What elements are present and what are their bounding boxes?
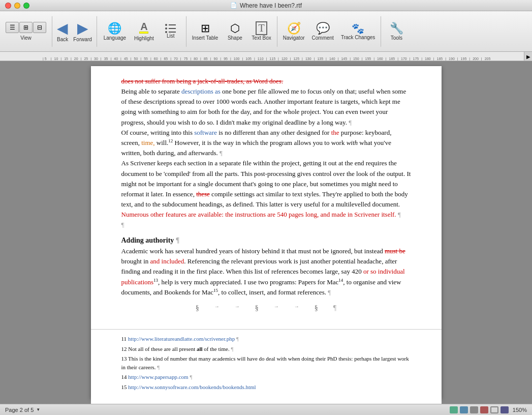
- toolbar: ☰ ⊞ ⊟ View ◀ Back ▶ Forward 🌐 Language A…: [0, 11, 532, 52]
- pilcrow-empty: ¶: [121, 221, 124, 228]
- highlight-tool[interactable]: A Highlight: [131, 14, 157, 49]
- pilcrow-2: ¶: [220, 149, 223, 157]
- comment-tool[interactable]: 💬 Comment: [309, 14, 337, 49]
- view-btn-3[interactable]: ⊟: [33, 22, 46, 33]
- language-tool[interactable]: 🌐 Language: [100, 14, 130, 49]
- view-btn-2[interactable]: ⊞: [19, 22, 33, 33]
- navigator-tool[interactable]: 🧭 Navigator: [280, 14, 308, 49]
- shape-label: Shape: [228, 35, 242, 41]
- window-title: 📄 Where have I been?.rtf: [230, 2, 302, 9]
- footnote-14-link[interactable]: http://www.papersapp.com: [128, 374, 188, 380]
- navigator-icon: 🧭: [287, 22, 301, 35]
- minimize-button[interactable]: [14, 3, 20, 9]
- text-brought-in: brought in: [121, 257, 150, 265]
- close-button[interactable]: [5, 3, 11, 9]
- back-icon: ◀: [57, 20, 68, 37]
- toolbar-divider-3: [186, 16, 186, 47]
- page-content: does not suffer from being a jack-of-all…: [91, 66, 442, 329]
- paragraph-opening: does not suffer from being a jack-of-all…: [121, 76, 411, 86]
- pilcrow-heading: ¶: [174, 236, 179, 244]
- pilcrow-3: ¶: [396, 211, 401, 218]
- forward-tool[interactable]: ▶ Forward: [71, 14, 94, 49]
- paragraph-empty: ¶: [121, 220, 411, 230]
- sep-item-2: §: [255, 303, 259, 314]
- text-these-strike: these: [196, 190, 210, 198]
- footnote-13-pilcrow: ¶: [156, 364, 160, 370]
- paragraph-academic: Academic work has several hundred years …: [121, 246, 411, 298]
- maximize-button[interactable]: [23, 3, 29, 9]
- insert-table-tool[interactable]: ⊞ Insert Table: [189, 14, 222, 49]
- statusbar-left: Page 2 of 5 ▼: [5, 407, 40, 413]
- highlight-icon-container: A: [140, 21, 147, 33]
- text-will: will.12 However, it is the way in which …: [121, 139, 391, 157]
- view-btn-1[interactable]: ☰: [6, 22, 19, 33]
- page: does not suffer from being a jack-of-all…: [91, 66, 442, 399]
- list-tool[interactable]: List: [158, 14, 183, 49]
- ruler: | 5 | 10 | 15 | 20 | 25 | 30 | 35 | 40 |…: [0, 52, 532, 61]
- footnote-11-num: 11: [121, 336, 128, 342]
- shape-tool[interactable]: ⬡ Shape: [222, 14, 247, 49]
- footnotes-area: 11 http://www.literatureandlatte.com/scr…: [91, 329, 442, 398]
- footnote-12-bold: all: [197, 346, 203, 352]
- track-changes-tool[interactable]: 🐾 Track Changes: [338, 14, 378, 49]
- link-descriptions[interactable]: descriptions as: [181, 87, 221, 95]
- status-icon-1: [450, 406, 458, 413]
- view-icons-group: ☰ ⊞ ⊟: [6, 22, 46, 35]
- text-strikethrough: does not suffer from being a jack-of-all…: [121, 77, 284, 85]
- footnote-14: 14 http://www.papersapp.com ¶: [121, 373, 411, 381]
- view-label: View: [20, 35, 32, 41]
- insert-table-label: Insert Table: [192, 35, 218, 41]
- paragraph-scrivener: As Scrivener keeps each section in a sep…: [121, 158, 411, 210]
- status-icon-5: [490, 406, 498, 413]
- forward-label: Forward: [73, 37, 92, 43]
- text-academic-start: Academic work has several hundred years …: [121, 247, 385, 255]
- text-help: , help is very much appreciated. I use t…: [158, 278, 338, 286]
- text-box-tool[interactable]: T Text Box: [248, 14, 274, 49]
- footnote-11-pilcrow: ¶: [235, 336, 239, 342]
- footnote-12-num: 12 Not all of these are all present all …: [121, 346, 234, 352]
- statusbar-right: 150%: [450, 406, 527, 413]
- view-buttons-row: ☰ ⊞ ⊟: [6, 22, 46, 33]
- tools-tool[interactable]: 🔧 Tools: [384, 14, 409, 49]
- shape-icon: ⬡: [230, 22, 240, 35]
- tools-icon: 🔧: [390, 22, 403, 35]
- sep-item-3: §: [315, 303, 318, 314]
- sep-arrow-4: →: [294, 303, 299, 314]
- pilcrow-4: ¶: [328, 288, 331, 296]
- heading-adding-authority: Adding authority ¶: [121, 235, 411, 246]
- statusbar: Page 2 of 5 ▼ 150%: [0, 404, 532, 415]
- view-tool[interactable]: ☰ ⊞ ⊟ View: [3, 14, 49, 49]
- status-icon-2: [460, 406, 468, 413]
- page-bottom-padding: [91, 398, 442, 404]
- footnote-11-link[interactable]: http://www.literatureandlatte.com/scrive…: [128, 336, 235, 342]
- link-software[interactable]: software: [194, 129, 217, 136]
- toolbar-divider-4: [277, 16, 277, 47]
- separator: § → → § → → § ¶: [121, 303, 411, 314]
- footnote-15-num: 15: [121, 384, 129, 390]
- ruler-scroll-button[interactable]: ▶: [524, 52, 532, 61]
- toolbar-divider-5: [381, 16, 381, 47]
- paragraph-descriptions: Being able to separate descriptions as o…: [121, 86, 411, 128]
- text-with-italic: with: [347, 139, 358, 146]
- text-numerous: Numerous other features are available: t…: [121, 211, 396, 218]
- highlight-label: Highlight: [134, 36, 154, 42]
- forward-icon: ▶: [77, 20, 88, 37]
- track-changes-icon: 🐾: [352, 22, 364, 35]
- footnote-12: 12 Not all of these are all present all …: [121, 345, 411, 353]
- document-area[interactable]: does not suffer from being a jack-of-all…: [0, 61, 532, 404]
- sep-item-1: §: [196, 303, 199, 314]
- back-label: Back: [57, 37, 68, 43]
- footnote-15-link[interactable]: http://www.sonnysoftware.com/bookends/bo…: [128, 384, 256, 390]
- footnote-12-pilcrow: ¶: [230, 346, 234, 352]
- page-dropdown-arrow[interactable]: ▼: [36, 407, 40, 412]
- footnote-15: 15 http://www.sonnysoftware.com/bookends…: [121, 383, 411, 392]
- link-the[interactable]: the: [331, 129, 339, 136]
- comment-label: Comment: [312, 35, 334, 41]
- navigator-label: Navigator: [283, 35, 305, 41]
- status-icon-4: [480, 406, 488, 413]
- toolbar-divider-1: [52, 16, 52, 47]
- text-of-course: Of course, writing into this: [121, 129, 195, 136]
- back-tool[interactable]: ◀ Back: [55, 14, 70, 49]
- footnote-ref-12: 12: [168, 138, 173, 143]
- window-controls[interactable]: [5, 3, 29, 9]
